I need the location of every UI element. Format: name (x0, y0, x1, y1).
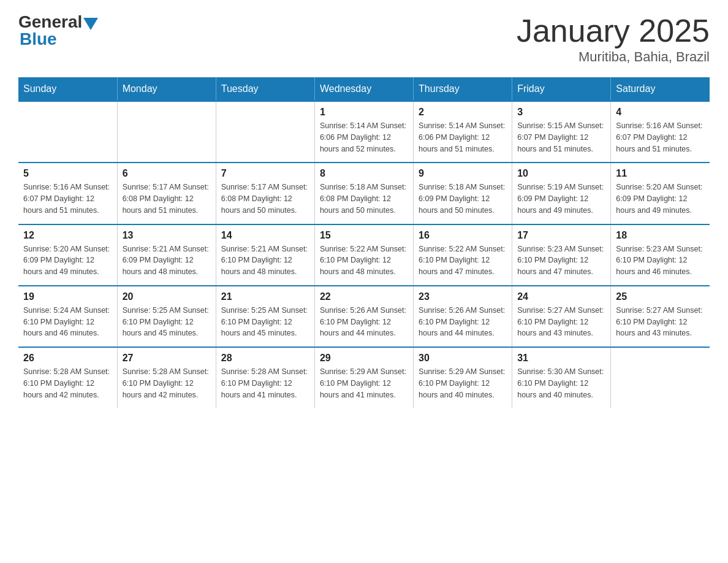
calendar-week-row: 5Sunrise: 5:16 AM Sunset: 6:07 PM Daylig… (18, 163, 710, 224)
day-info: Sunrise: 5:30 AM Sunset: 6:10 PM Dayligh… (517, 366, 605, 400)
table-row: 15Sunrise: 5:22 AM Sunset: 6:10 PM Dayli… (314, 224, 413, 286)
table-row: 2Sunrise: 5:14 AM Sunset: 6:06 PM Daylig… (414, 101, 512, 163)
day-info: Sunrise: 5:21 AM Sunset: 6:09 PM Dayligh… (123, 243, 211, 278)
day-number: 9 (419, 168, 507, 179)
header-wednesday: Wednesday (314, 77, 413, 101)
day-info: Sunrise: 5:19 AM Sunset: 6:09 PM Dayligh… (517, 182, 605, 216)
day-info: Sunrise: 5:28 AM Sunset: 6:10 PM Dayligh… (123, 366, 211, 400)
day-number: 29 (320, 353, 408, 364)
day-number: 21 (221, 291, 309, 302)
day-number: 6 (123, 168, 211, 179)
day-number: 16 (419, 230, 507, 241)
table-row: 6Sunrise: 5:17 AM Sunset: 6:08 PM Daylig… (117, 163, 216, 224)
day-number: 1 (320, 107, 408, 118)
table-row: 19Sunrise: 5:24 AM Sunset: 6:10 PM Dayli… (18, 286, 117, 347)
table-row: 30Sunrise: 5:29 AM Sunset: 6:10 PM Dayli… (414, 347, 512, 408)
day-number: 2 (419, 107, 507, 118)
day-number: 23 (419, 291, 507, 302)
table-row: 25Sunrise: 5:27 AM Sunset: 6:10 PM Dayli… (611, 286, 710, 347)
table-row: 22Sunrise: 5:26 AM Sunset: 6:10 PM Dayli… (314, 286, 413, 347)
day-number: 24 (517, 291, 605, 302)
day-number: 14 (221, 230, 309, 241)
table-row: 24Sunrise: 5:27 AM Sunset: 6:10 PM Dayli… (512, 286, 611, 347)
day-info: Sunrise: 5:29 AM Sunset: 6:10 PM Dayligh… (419, 366, 507, 400)
day-info: Sunrise: 5:28 AM Sunset: 6:10 PM Dayligh… (221, 366, 309, 400)
table-row: 21Sunrise: 5:25 AM Sunset: 6:10 PM Dayli… (216, 286, 314, 347)
day-info: Sunrise: 5:25 AM Sunset: 6:10 PM Dayligh… (221, 305, 309, 339)
day-number: 31 (517, 353, 605, 364)
day-info: Sunrise: 5:26 AM Sunset: 6:10 PM Dayligh… (419, 305, 507, 339)
table-row (611, 347, 710, 408)
table-row: 13Sunrise: 5:21 AM Sunset: 6:09 PM Dayli… (117, 224, 216, 286)
table-row: 14Sunrise: 5:21 AM Sunset: 6:10 PM Dayli… (216, 224, 314, 286)
day-info: Sunrise: 5:18 AM Sunset: 6:08 PM Dayligh… (320, 182, 408, 216)
table-row: 3Sunrise: 5:15 AM Sunset: 6:07 PM Daylig… (512, 101, 611, 163)
day-info: Sunrise: 5:22 AM Sunset: 6:10 PM Dayligh… (320, 243, 408, 278)
table-row: 11Sunrise: 5:20 AM Sunset: 6:09 PM Dayli… (611, 163, 710, 224)
calendar-table: Sunday Monday Tuesday Wednesday Thursday… (18, 77, 710, 408)
header-saturday: Saturday (611, 77, 710, 101)
day-info: Sunrise: 5:26 AM Sunset: 6:10 PM Dayligh… (320, 305, 408, 339)
title-section: January 2025 Muritiba, Bahia, Brazil (517, 12, 710, 65)
day-number: 4 (616, 107, 705, 118)
day-info: Sunrise: 5:17 AM Sunset: 6:08 PM Dayligh… (221, 182, 309, 216)
calendar-week-row: 12Sunrise: 5:20 AM Sunset: 6:09 PM Dayli… (18, 224, 710, 286)
day-number: 15 (320, 230, 408, 241)
table-row: 31Sunrise: 5:30 AM Sunset: 6:10 PM Dayli… (512, 347, 611, 408)
day-info: Sunrise: 5:22 AM Sunset: 6:10 PM Dayligh… (419, 243, 507, 278)
day-number: 22 (320, 291, 408, 302)
table-row: 10Sunrise: 5:19 AM Sunset: 6:09 PM Dayli… (512, 163, 611, 224)
calendar-week-row: 26Sunrise: 5:28 AM Sunset: 6:10 PM Dayli… (18, 347, 710, 408)
table-row: 28Sunrise: 5:28 AM Sunset: 6:10 PM Dayli… (216, 347, 314, 408)
day-number: 11 (616, 168, 705, 179)
day-number: 19 (23, 291, 112, 302)
day-number: 13 (123, 230, 211, 241)
day-number: 26 (23, 353, 112, 364)
header-monday: Monday (117, 77, 216, 101)
header-sunday: Sunday (18, 77, 117, 101)
day-info: Sunrise: 5:20 AM Sunset: 6:09 PM Dayligh… (616, 182, 705, 216)
day-info: Sunrise: 5:15 AM Sunset: 6:07 PM Dayligh… (517, 120, 605, 155)
day-number: 27 (123, 353, 211, 364)
table-row (18, 101, 117, 163)
table-row: 27Sunrise: 5:28 AM Sunset: 6:10 PM Dayli… (117, 347, 216, 408)
day-info: Sunrise: 5:24 AM Sunset: 6:10 PM Dayligh… (23, 305, 112, 339)
month-title: January 2025 (517, 12, 710, 49)
table-row: 23Sunrise: 5:26 AM Sunset: 6:10 PM Dayli… (414, 286, 512, 347)
day-info: Sunrise: 5:16 AM Sunset: 6:07 PM Dayligh… (616, 120, 705, 155)
calendar-week-row: 19Sunrise: 5:24 AM Sunset: 6:10 PM Dayli… (18, 286, 710, 347)
table-row: 1Sunrise: 5:14 AM Sunset: 6:06 PM Daylig… (314, 101, 413, 163)
table-row: 12Sunrise: 5:20 AM Sunset: 6:09 PM Dayli… (18, 224, 117, 286)
day-info: Sunrise: 5:23 AM Sunset: 6:10 PM Dayligh… (616, 243, 705, 278)
calendar-header-row: Sunday Monday Tuesday Wednesday Thursday… (18, 77, 710, 101)
day-info: Sunrise: 5:16 AM Sunset: 6:07 PM Dayligh… (23, 182, 112, 216)
table-row: 5Sunrise: 5:16 AM Sunset: 6:07 PM Daylig… (18, 163, 117, 224)
day-number: 3 (517, 107, 605, 118)
header-friday: Friday (512, 77, 611, 101)
table-row: 17Sunrise: 5:23 AM Sunset: 6:10 PM Dayli… (512, 224, 611, 286)
logo-blue: Blue (20, 29, 57, 49)
day-info: Sunrise: 5:20 AM Sunset: 6:09 PM Dayligh… (23, 243, 112, 278)
table-row: 18Sunrise: 5:23 AM Sunset: 6:10 PM Dayli… (611, 224, 710, 286)
day-info: Sunrise: 5:14 AM Sunset: 6:06 PM Dayligh… (320, 120, 408, 155)
table-row: 4Sunrise: 5:16 AM Sunset: 6:07 PM Daylig… (611, 101, 710, 163)
header-tuesday: Tuesday (216, 77, 314, 101)
day-info: Sunrise: 5:17 AM Sunset: 6:08 PM Dayligh… (123, 182, 211, 216)
day-number: 8 (320, 168, 408, 179)
table-row (216, 101, 314, 163)
day-info: Sunrise: 5:21 AM Sunset: 6:10 PM Dayligh… (221, 243, 309, 278)
day-info: Sunrise: 5:29 AM Sunset: 6:10 PM Dayligh… (320, 366, 408, 400)
table-row: 8Sunrise: 5:18 AM Sunset: 6:08 PM Daylig… (314, 163, 413, 224)
header-thursday: Thursday (414, 77, 512, 101)
day-number: 5 (23, 168, 112, 179)
day-info: Sunrise: 5:14 AM Sunset: 6:06 PM Dayligh… (419, 120, 507, 155)
table-row: 7Sunrise: 5:17 AM Sunset: 6:08 PM Daylig… (216, 163, 314, 224)
table-row: 29Sunrise: 5:29 AM Sunset: 6:10 PM Dayli… (314, 347, 413, 408)
day-number: 18 (616, 230, 705, 241)
logo: General Blue (18, 12, 98, 49)
day-number: 28 (221, 353, 309, 364)
day-number: 17 (517, 230, 605, 241)
logo-triangle-icon (83, 18, 98, 30)
day-info: Sunrise: 5:23 AM Sunset: 6:10 PM Dayligh… (517, 243, 605, 278)
day-info: Sunrise: 5:18 AM Sunset: 6:09 PM Dayligh… (419, 182, 507, 216)
